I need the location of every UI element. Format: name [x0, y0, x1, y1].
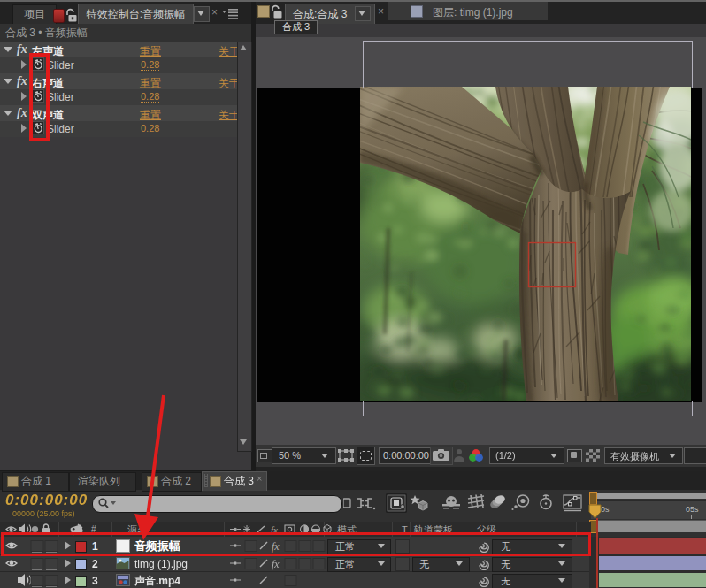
svg-text:声音.mp4: 声音.mp4: [134, 575, 180, 587]
svg-text:2: 2: [92, 558, 98, 570]
svg-text:3: 3: [92, 575, 98, 587]
svg-text:fx: fx: [272, 558, 280, 570]
svg-text:timg (1).jpg: timg (1).jpg: [134, 558, 188, 570]
